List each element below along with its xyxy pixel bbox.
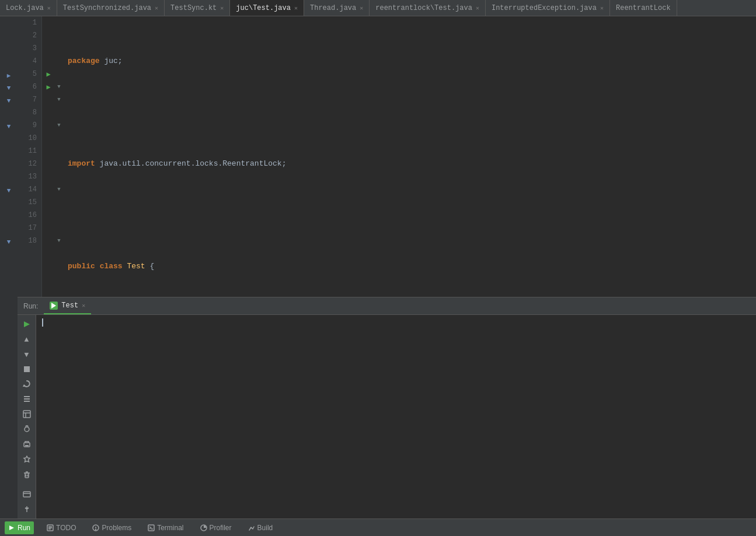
run-tab-close[interactable]: ✕: [82, 302, 85, 309]
run-markers: ▶ ▶: [42, 16, 55, 297]
run-label: Run:: [18, 297, 44, 314]
tab-close-interrupted[interactable]: ✕: [600, 5, 604, 12]
run-output[interactable]: [36, 315, 756, 519]
status-tab-todo[interactable]: TODO: [43, 521, 79, 534]
fold-inner-18[interactable]: ▼: [57, 238, 60, 244]
maximize-icon: [23, 490, 31, 498]
fold-expand-5[interactable]: ▶: [7, 72, 11, 79]
tab-reentranttest[interactable]: reentrantlock\Test.java ✕: [370, 0, 486, 16]
svg-rect-7: [23, 411, 30, 418]
svg-marker-22: [9, 526, 14, 530]
code-content[interactable]: package juc; import java.util.concurrent…: [63, 16, 756, 297]
fold-expand-18[interactable]: ▼: [7, 239, 11, 246]
tab-thread[interactable]: Thread.java ✕: [304, 0, 370, 16]
stop-icon: [23, 365, 31, 373]
left-gutter: ▶ ▼ ▼ ▼ ▼ ▼: [0, 16, 18, 519]
tab-testsync[interactable]: TestSynchronized.java ✕: [57, 0, 165, 16]
svg-marker-1: [24, 321, 30, 327]
svg-rect-12: [25, 445, 29, 446]
run-stop-button[interactable]: [22, 364, 32, 374]
run-delete-button[interactable]: [21, 469, 33, 481]
run-sidebar: ▲ ▼: [18, 315, 36, 519]
run-settings-button[interactable]: [21, 454, 33, 465]
profiler-icon: [200, 524, 207, 531]
run-print-button[interactable]: [21, 439, 33, 450]
tab-reentrantlock[interactable]: ReentrantLock: [610, 0, 677, 16]
fold-inner-9[interactable]: ▼: [57, 122, 60, 128]
run-list2-button[interactable]: [21, 408, 33, 420]
list-icon: [23, 395, 31, 403]
main-area: ▶ ▼ ▼ ▼ ▼ ▼ 1 2: [0, 16, 756, 519]
tab-close-lock[interactable]: ✕: [47, 5, 51, 12]
delete-icon: [23, 471, 31, 479]
fold-inner-14[interactable]: ▼: [57, 187, 60, 192]
tab-interrupted[interactable]: InterruptedException.java ✕: [486, 0, 610, 16]
tab-close-testsynckt[interactable]: ✕: [220, 5, 224, 12]
tab-lock[interactable]: Lock.java ✕: [0, 0, 57, 16]
code-line-2: [68, 106, 756, 119]
run-panel: Run: Test ✕: [18, 297, 756, 519]
tab-label: TestSynchronized.java: [63, 4, 151, 12]
svg-point-10: [25, 427, 29, 432]
status-tab-problems[interactable]: Problems: [89, 521, 135, 534]
run-list-button[interactable]: [21, 393, 33, 405]
tab-label: juc\Test.java: [236, 4, 291, 12]
run-down-button[interactable]: ▼: [21, 349, 33, 360]
tab-testsynckt[interactable]: TestSync.kt ✕: [165, 0, 230, 16]
problems-icon: [92, 524, 99, 531]
code-line-1: package juc;: [68, 55, 756, 68]
status-tab-terminal-label: Terminal: [157, 524, 183, 532]
svg-rect-4: [24, 396, 30, 397]
svg-marker-13: [24, 456, 30, 462]
run-tab-test[interactable]: Test ✕: [44, 297, 91, 314]
tab-label: reentrantlock\Test.java: [375, 4, 472, 12]
tab-label: Thread.java: [310, 4, 356, 12]
code-line-4: [68, 209, 756, 222]
tab-label: Lock.java: [6, 4, 44, 12]
cursor: [42, 318, 43, 327]
run-play-button[interactable]: [21, 318, 33, 330]
play-icon: [50, 302, 58, 310]
run-up-button[interactable]: ▲: [21, 334, 33, 345]
tab-close-testsync[interactable]: ✕: [155, 5, 158, 12]
run-snapshot-button[interactable]: [21, 423, 33, 435]
status-bar: Run TODO Problems Terminal Profiler: [0, 519, 756, 536]
status-tab-profiler[interactable]: Profiler: [197, 521, 235, 534]
snapshot-icon: [23, 425, 31, 433]
build-icon: [248, 524, 255, 531]
tab-label: InterruptedException.java: [492, 4, 597, 12]
run-maximize-button[interactable]: [21, 488, 33, 500]
run-tab-label: Test: [61, 302, 78, 310]
tab-juctest[interactable]: juc\Test.java ✕: [230, 0, 304, 16]
svg-rect-6: [24, 401, 30, 402]
status-tab-run[interactable]: Run: [5, 521, 34, 534]
run-status-icon: [8, 524, 15, 531]
settings-icon: [23, 456, 31, 464]
status-tab-terminal[interactable]: Terminal: [144, 521, 187, 534]
tab-close-reentranttest[interactable]: ✕: [476, 5, 479, 12]
status-tab-run-label: Run: [18, 524, 30, 532]
status-tab-todo-label: TODO: [56, 524, 76, 532]
pin-icon: [23, 505, 31, 513]
svg-point-29: [96, 529, 96, 530]
fold-expand-14[interactable]: ▼: [7, 187, 11, 194]
svg-rect-2: [24, 366, 30, 372]
fold-inner-6[interactable]: ▼: [57, 84, 60, 90]
fold-expand-6[interactable]: ▼: [7, 85, 11, 92]
editor-container: 1 2 3 4 5 6 7 8 9 10 11 12 13 14 15 16 1…: [18, 16, 756, 519]
tab-close-juctest[interactable]: ✕: [294, 5, 298, 12]
svg-marker-0: [51, 303, 56, 309]
fold-expand-9[interactable]: ▼: [7, 123, 11, 130]
tab-close-thread[interactable]: ✕: [360, 5, 363, 12]
svg-rect-18: [23, 492, 30, 497]
status-tab-build-label: Build: [257, 524, 273, 532]
status-tab-build[interactable]: Build: [245, 521, 277, 534]
list2-icon: [23, 410, 31, 418]
fold-expand-7[interactable]: ▼: [7, 97, 11, 104]
run-pin-button[interactable]: [21, 503, 33, 515]
status-tab-problems-label: Problems: [102, 524, 131, 532]
run-content-area: ▲ ▼: [18, 315, 756, 519]
run-rerun-button[interactable]: [21, 378, 33, 390]
fold-inner-7[interactable]: ▼: [57, 97, 60, 103]
code-area[interactable]: 1 2 3 4 5 6 7 8 9 10 11 12 13 14 15 16 1…: [18, 16, 756, 297]
